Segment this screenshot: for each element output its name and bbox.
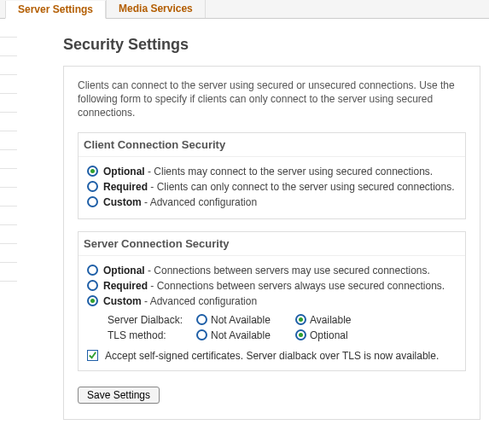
option-label: Custom - Advanced configuration [103, 295, 257, 307]
radio-icon [196, 314, 207, 325]
accept-self-signed-row[interactable]: Accept self-signed certificates. Server … [87, 350, 458, 362]
radio-icon [87, 295, 98, 306]
client-option-custom[interactable]: Custom - Advanced configuration [85, 195, 458, 210]
dialback-label: Server Dialback: [108, 314, 189, 326]
option-text: Not Available [211, 314, 271, 326]
server-custom-subblock: Server Dialback: Not Available Available… [108, 312, 458, 343]
option-label: Optional - Connections between servers m… [103, 265, 430, 276]
accept-self-signed-label: Accept self-signed certificates. Server … [105, 350, 439, 362]
server-option-optional[interactable]: Optional - Connections between servers m… [85, 263, 458, 278]
server-option-custom[interactable]: Custom - Advanced configuration [85, 294, 458, 309]
option-text: Optional [310, 329, 348, 341]
client-option-required[interactable]: Required - Clients can only connect to t… [85, 179, 458, 195]
tab-server-settings[interactable]: Server Settings [5, 1, 106, 19]
dialback-not-available[interactable]: Not Available [196, 314, 288, 326]
option-label: Required - Clients can only connect to t… [103, 181, 455, 193]
tls-label: TLS method: [108, 329, 189, 341]
tab-media-services[interactable]: Media Services [106, 0, 206, 18]
sidebar-stubs [0, 24, 17, 287]
option-label: Required - Connections between servers a… [103, 280, 445, 292]
settings-panel: Clients can connect to the server using … [63, 66, 480, 420]
client-connection-group: Client Connection Security Optional - Cl… [78, 132, 466, 219]
dialback-available[interactable]: Available [295, 314, 387, 326]
option-label: Custom - Advanced configuration [103, 196, 257, 208]
page-title: Security Settings [63, 36, 480, 54]
intro-text: Clients can connect to the server using … [78, 79, 466, 120]
option-text: Not Available [211, 329, 271, 341]
option-text: Available [310, 314, 351, 326]
option-label: Optional - Clients may connect to the se… [103, 166, 433, 177]
radio-icon [295, 329, 306, 340]
server-option-required[interactable]: Required - Connections between servers a… [85, 278, 458, 294]
tabbar: Server Settings Media Services [0, 0, 489, 19]
radio-icon [87, 166, 98, 177]
client-group-header: Client Connection Security [79, 133, 465, 157]
client-option-optional[interactable]: Optional - Clients may connect to the se… [85, 164, 458, 179]
server-connection-group: Server Connection Security Optional - Co… [78, 231, 466, 371]
radio-icon [87, 196, 98, 207]
server-group-header: Server Connection Security [79, 232, 465, 256]
radio-icon [87, 280, 98, 291]
radio-icon [295, 314, 306, 325]
radio-icon [87, 181, 98, 192]
tls-optional[interactable]: Optional [295, 329, 387, 341]
save-button[interactable]: Save Settings [78, 387, 160, 404]
radio-icon [87, 265, 98, 276]
checkbox-icon [87, 350, 98, 361]
tls-not-available[interactable]: Not Available [196, 329, 288, 341]
radio-icon [196, 329, 207, 340]
